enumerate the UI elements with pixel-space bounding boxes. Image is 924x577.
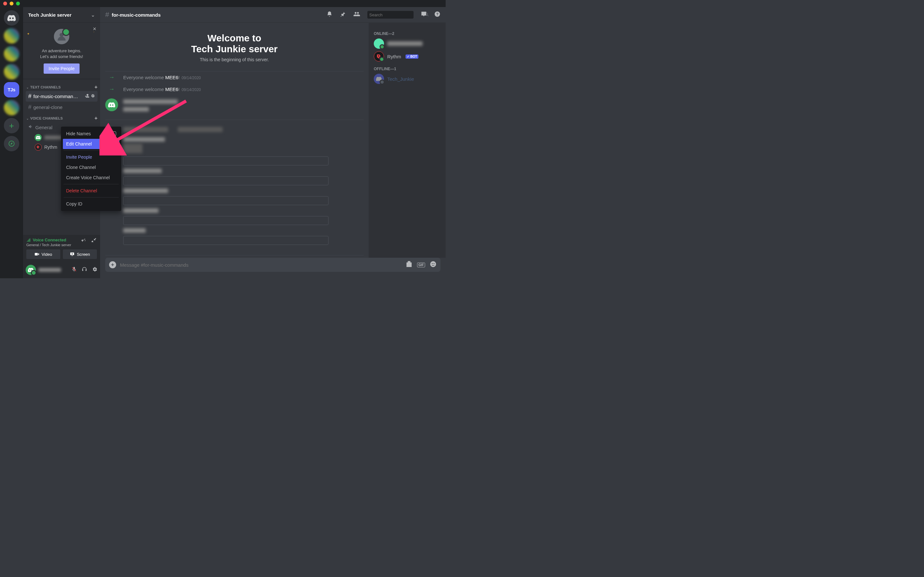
traffic-light-minimize[interactable] <box>10 2 13 5</box>
avatar <box>35 134 42 141</box>
ctx-invite-people[interactable]: Invite People <box>63 152 120 162</box>
search-input[interactable] <box>369 13 423 17</box>
channel-label: General <box>35 125 52 130</box>
attach-button[interactable]: + <box>109 261 116 268</box>
gear-icon[interactable] <box>90 93 95 99</box>
svg-point-4 <box>430 261 436 267</box>
speaker-icon <box>28 124 33 131</box>
chat-main: # for-music-commands ? Welcome to Tech J… <box>100 7 446 278</box>
text-channels-category[interactable]: ⌄TEXT CHANNELS + <box>23 82 100 91</box>
message-input-bar: + GIF <box>105 258 441 272</box>
add-server-button[interactable]: + <box>4 118 19 133</box>
ctx-clone-channel[interactable]: Clone Channel <box>63 162 120 172</box>
member-name: Tech_Junkie <box>387 76 414 82</box>
pinned-messages-icon[interactable] <box>340 11 346 19</box>
message-input[interactable] <box>120 262 402 268</box>
channel-for-music-commands[interactable]: # for-music-comman… <box>26 91 97 102</box>
svg-point-6 <box>433 263 435 264</box>
ctx-hide-names[interactable]: Hide Names <box>63 129 120 139</box>
separator <box>63 150 119 151</box>
welcome-subtext: This is the beginning of this server. <box>105 57 363 62</box>
member-list-toggle-icon[interactable] <box>353 11 360 19</box>
member-name <box>387 41 423 46</box>
compass-icon <box>8 140 15 147</box>
help-icon[interactable]: ? <box>434 11 441 19</box>
server-item[interactable] <box>4 28 19 44</box>
user-icon <box>57 32 66 41</box>
voice-channels-category[interactable]: ⌄VOICE CHANNELS + <box>23 113 100 122</box>
self-username <box>39 268 61 272</box>
ctx-edit-channel[interactable]: Edit Channel <box>63 139 120 149</box>
add-member-icon[interactable] <box>85 93 89 99</box>
avatar <box>374 39 384 49</box>
avatar <box>374 74 384 84</box>
sparkle-icon: ✦ <box>27 32 29 35</box>
add-channel-icon[interactable]: + <box>94 115 97 121</box>
ctx-copy-id[interactable]: Copy ID <box>63 199 120 209</box>
server-item-active[interactable]: TJs <box>4 82 19 97</box>
video-button[interactable]: Video <box>26 250 60 259</box>
disconnect-icon[interactable] <box>91 237 97 245</box>
invite-avatar <box>53 27 71 45</box>
notifications-icon[interactable] <box>326 11 333 19</box>
channel-general-clone[interactable]: # general-clone <box>26 102 97 113</box>
welcome-heading-1: Welcome to <box>105 33 363 44</box>
member-row-tech-junkie[interactable]: Tech_Junkie <box>371 73 443 85</box>
member-row-rythm[interactable]: Rythm ✓ BOT <box>371 50 443 63</box>
inbox-icon[interactable] <box>421 11 427 19</box>
noise-suppression-icon[interactable] <box>81 237 87 245</box>
member-row[interactable] <box>371 37 443 50</box>
traffic-light-zoom[interactable] <box>16 2 20 5</box>
discord-logo-icon <box>36 136 40 139</box>
bot-tag: ✓ BOT <box>405 55 418 59</box>
gift-icon[interactable] <box>405 261 413 269</box>
svg-point-1 <box>60 33 64 37</box>
home-button[interactable] <box>4 10 19 26</box>
chevron-down-icon: ⌄ <box>26 117 29 120</box>
discord-logo-icon <box>7 15 16 21</box>
members-offline-heading: OFFLINE—1 <box>371 63 443 73</box>
checkbox-icon <box>111 131 116 136</box>
server-item[interactable] <box>4 46 19 61</box>
signal-icon <box>26 238 31 242</box>
join-arrow-icon: → <box>105 74 118 81</box>
mute-icon[interactable] <box>71 266 77 274</box>
add-channel-icon[interactable]: + <box>94 84 97 90</box>
chevron-down-icon: ⌄ <box>91 12 95 18</box>
welcome-block: Welcome to Tech Junkie server This is th… <box>105 27 363 71</box>
server-rail: TJs + <box>0 7 23 278</box>
server-item[interactable] <box>4 100 19 115</box>
settings-gear-icon[interactable] <box>92 266 97 274</box>
hash-icon: # <box>105 11 109 19</box>
member-name: Rythm <box>387 54 401 59</box>
ctx-delete-channel[interactable]: Delete Channel <box>63 185 120 196</box>
channel-title: for-music-commands <box>111 12 161 18</box>
avatar[interactable] <box>105 98 118 111</box>
channel-label: general-clone <box>33 105 63 110</box>
search-box[interactable] <box>367 11 414 19</box>
category-label: TEXT CHANNELS <box>30 85 61 89</box>
invite-people-button[interactable]: Invite People <box>44 63 80 74</box>
message-list[interactable]: Welcome to Tech Junkie server This is th… <box>100 23 368 258</box>
self-avatar[interactable] <box>26 265 36 275</box>
screen-share-button[interactable]: Screen <box>63 250 97 259</box>
server-header[interactable]: Tech Junkie server ⌄ <box>23 7 100 23</box>
explore-servers-button[interactable] <box>4 136 19 151</box>
voice-status[interactable]: Voice Connected <box>26 237 71 242</box>
system-message: → Everyone welcome MEE6!09/14/2020 <box>105 71 363 83</box>
chat-header: # for-music-commands ? <box>100 7 446 23</box>
traffic-light-close[interactable] <box>3 2 7 5</box>
gif-icon[interactable]: GIF <box>417 263 425 268</box>
channel-context-menu: Hide Names Edit Channel Invite People Cl… <box>61 127 121 211</box>
ctx-create-voice[interactable]: Create Voice Channel <box>63 172 120 183</box>
deafen-icon[interactable] <box>81 266 87 274</box>
emoji-icon[interactable] <box>430 261 437 269</box>
server-item[interactable] <box>4 64 19 79</box>
members-online-heading: ONLINE—2 <box>371 27 443 37</box>
avatar <box>374 51 384 61</box>
category-label: VOICE CHANNELS <box>30 116 63 120</box>
sparkle-icon: · <box>94 30 94 34</box>
hash-icon: # <box>28 104 31 111</box>
discord-logo-icon <box>28 268 34 272</box>
screen-icon <box>69 251 75 257</box>
